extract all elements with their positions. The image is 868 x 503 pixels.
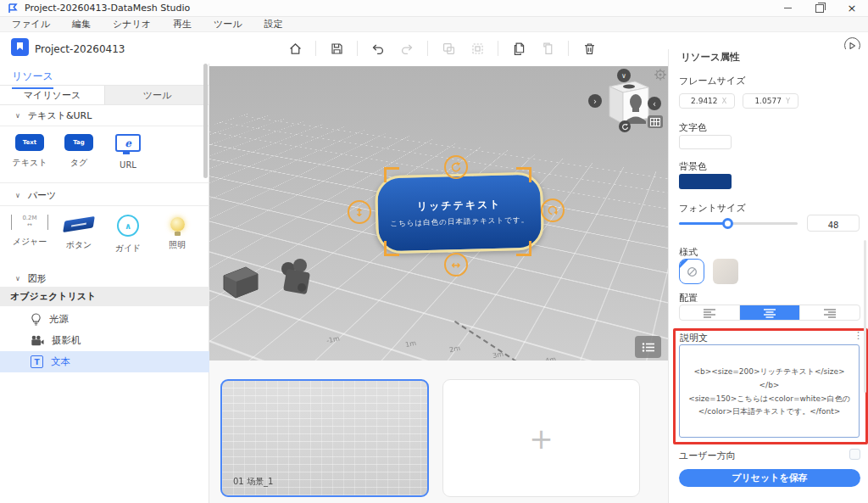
trash-icon	[582, 42, 597, 56]
chevron-right-icon: ›	[593, 97, 597, 106]
font-size-input[interactable]	[808, 218, 859, 233]
measure-arrows: ↔	[27, 222, 32, 229]
bubble-body: こちらは白色の日本語テキストです。	[390, 215, 529, 229]
scene-name: 01 场景_1	[233, 476, 273, 488]
description-textarea[interactable]: <b><size=200>リッチテキスト</size></b> <size=15…	[679, 344, 860, 438]
plus-icon: +	[529, 424, 554, 453]
window-controls: ×	[771, 0, 868, 16]
undo-button[interactable]	[370, 40, 387, 57]
grid-toggle-button[interactable]	[648, 115, 663, 128]
lib-item-label: メジャー	[13, 236, 47, 248]
menu-file[interactable]: ファイル	[12, 18, 50, 31]
panel-scrollbar[interactable]	[864, 240, 866, 393]
minimize-button[interactable]	[771, 0, 804, 16]
rotate-vertical-handle[interactable]	[541, 198, 565, 222]
object-item-text[interactable]: T 文本	[0, 351, 209, 372]
align-center-button[interactable]	[739, 305, 799, 320]
home-icon	[288, 42, 303, 56]
none-style-icon	[687, 266, 698, 277]
lib-item-measure[interactable]: 0.2M ↔ メジャー	[5, 215, 54, 254]
viewport-3d[interactable]: -1m 1m 2m 3m 4m リッチテキスト こちらは白色の日本語テキストです…	[209, 66, 668, 360]
group-button[interactable]	[440, 40, 457, 57]
delete-button[interactable]	[581, 40, 598, 57]
close-icon: ×	[848, 3, 857, 14]
duplicate-button[interactable]	[510, 40, 527, 57]
menu-scenario[interactable]: シナリオ	[113, 18, 151, 31]
lib-item-url[interactable]: e URL	[103, 134, 153, 170]
tab-my-resources[interactable]: マイリソース	[0, 86, 104, 104]
menu-tools[interactable]: ツール	[214, 18, 242, 31]
home-button[interactable]	[287, 40, 303, 57]
ungroup-button[interactable]	[469, 40, 486, 57]
chevron-down-icon: ∨	[15, 275, 20, 282]
rotate-handle[interactable]	[444, 155, 468, 179]
object-item-camera[interactable]: 摄影机	[0, 330, 209, 351]
bubble-title: リッチテキスト	[417, 198, 502, 215]
section-parts[interactable]: ∨ パーツ	[0, 185, 209, 205]
lib-item-guide[interactable]: ∧ ガイド	[103, 215, 153, 254]
object-item-light[interactable]: 光源	[0, 309, 209, 330]
lib-item-light[interactable]: 照明	[153, 215, 202, 254]
rotate-view-right-button[interactable]: ‹	[648, 97, 661, 110]
viewport-settings-gear-icon[interactable]	[654, 68, 667, 81]
menu-play[interactable]: 再生	[173, 18, 192, 31]
paste-button[interactable]	[539, 40, 556, 57]
selection-bracket	[384, 241, 399, 256]
font-size-field[interactable]	[807, 215, 860, 232]
rotate-icon	[621, 123, 629, 131]
save-button[interactable]	[328, 40, 345, 57]
kebab-menu-icon[interactable]: ⋮	[854, 330, 863, 341]
slider-thumb[interactable]	[722, 218, 733, 229]
style-option-none[interactable]	[679, 259, 704, 284]
section-shapes[interactable]: ∨ 図形	[0, 270, 209, 287]
redo-button[interactable]	[398, 40, 415, 57]
object-list-header: オブジェクトリスト	[0, 287, 209, 306]
measure-icon: 0.2M ↔	[11, 215, 48, 230]
section-text-url[interactable]: ∨ テキスト&URL	[0, 105, 209, 126]
sidebar: リソース マイリソース ツール ∨ テキスト&URL Text テキスト Tag…	[0, 64, 209, 503]
menu-edit[interactable]: 編集	[72, 18, 91, 31]
sidebar-scrollbar[interactable]	[203, 64, 208, 178]
restore-button[interactable]	[804, 0, 836, 16]
group-icon	[442, 42, 456, 56]
text-object-icon: T	[31, 355, 43, 368]
tab-tools[interactable]: ツール	[104, 86, 209, 104]
save-preset-button[interactable]: プリセットを保存	[679, 469, 860, 487]
text-color-swatch[interactable]	[679, 135, 732, 149]
slider-fill	[679, 222, 727, 225]
lib-item-text[interactable]: Text テキスト	[5, 134, 54, 170]
background-color-swatch[interactable]	[679, 174, 732, 189]
align-left-button[interactable]	[680, 305, 739, 320]
frame-height-field[interactable]: Y	[743, 93, 798, 109]
scene-objects[interactable]	[214, 250, 332, 310]
lib-item-label: 照明	[169, 239, 186, 251]
align-right-icon	[823, 308, 837, 318]
close-button[interactable]: ×	[836, 0, 868, 16]
frame-width-field[interactable]: X	[679, 93, 735, 109]
url-monitor-icon: e	[115, 134, 141, 152]
frame-width-input[interactable]	[687, 97, 718, 105]
reset-view-button[interactable]	[619, 120, 631, 132]
lib-item-tag[interactable]: Tag タグ	[54, 134, 103, 170]
duplicate-icon	[512, 42, 526, 56]
add-scene-card[interactable]: +	[442, 379, 640, 497]
scale-vertical-handle[interactable]: ↕	[348, 200, 371, 224]
rotate-view-left-button[interactable]: ›	[588, 94, 602, 108]
list-icon	[642, 342, 655, 353]
user-direction-checkbox[interactable]	[849, 449, 860, 460]
lib-item-button-part[interactable]: ボタン	[54, 215, 103, 254]
project-icon	[11, 38, 29, 56]
align-right-button[interactable]	[799, 305, 860, 320]
font-size-slider[interactable]	[679, 222, 798, 225]
title-bar: Project-20260413-DataMesh Studio ×	[0, 0, 868, 17]
menu-settings[interactable]: 設定	[264, 18, 283, 31]
scene-list-button[interactable]	[635, 336, 661, 358]
background-color-label: 背景色	[679, 160, 707, 173]
lib-item-label: ガイド	[115, 243, 142, 254]
style-option-texture[interactable]	[713, 259, 738, 284]
scale-horizontal-handle[interactable]: ↔	[444, 253, 468, 277]
light-bulb-icon	[170, 217, 185, 232]
chevron-down-icon: ∨	[15, 192, 20, 199]
frame-height-input[interactable]	[751, 97, 782, 105]
scene-thumbnail-1[interactable]: 01 场景_1	[220, 379, 429, 497]
